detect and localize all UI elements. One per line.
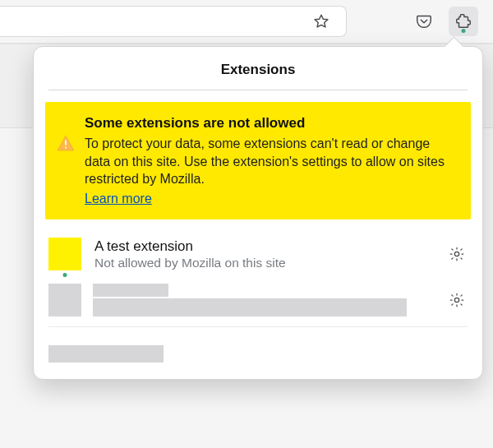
pocket-icon[interactable]	[409, 7, 439, 36]
panel-footer-row[interactable]	[34, 332, 482, 377]
extension-settings-button[interactable]	[446, 289, 468, 311]
svg-rect-1	[65, 147, 67, 149]
footer-label-placeholder	[48, 345, 164, 363]
attention-dot-icon	[462, 29, 466, 33]
warning-text: To protect your data, some extensions ca…	[85, 135, 456, 188]
extensions-panel: Extensions Some extensions are not allow…	[33, 46, 483, 380]
svg-point-2	[454, 252, 458, 256]
extension-row-test[interactable]: A test extension Not allowed by Mozilla …	[34, 229, 482, 279]
attention-dot-icon	[63, 273, 67, 277]
divider	[48, 90, 468, 90]
extension-name-placeholder	[93, 284, 168, 297]
extension-status: Not allowed by Mozilla on this site	[94, 255, 433, 270]
extension-icon-placeholder	[48, 284, 81, 316]
extension-icon	[48, 238, 81, 270]
extension-name: A test extension	[94, 238, 433, 255]
divider	[48, 326, 468, 327]
extension-settings-button[interactable]	[446, 243, 468, 265]
svg-point-3	[454, 298, 458, 303]
extension-status-placeholder	[93, 298, 407, 316]
address-bar[interactable]	[0, 6, 347, 37]
warning-triangle-icon	[57, 135, 75, 155]
warning-banner: Some extensions are not allowed To prote…	[45, 102, 471, 219]
panel-title: Extensions	[34, 47, 482, 90]
learn-more-link[interactable]: Learn more	[85, 192, 152, 206]
bookmark-star-icon[interactable]	[306, 7, 336, 36]
extension-row-redacted[interactable]	[34, 279, 482, 321]
warning-heading: Some extensions are not allowed	[85, 115, 456, 132]
extensions-icon[interactable]	[449, 7, 478, 36]
svg-rect-0	[65, 140, 67, 145]
